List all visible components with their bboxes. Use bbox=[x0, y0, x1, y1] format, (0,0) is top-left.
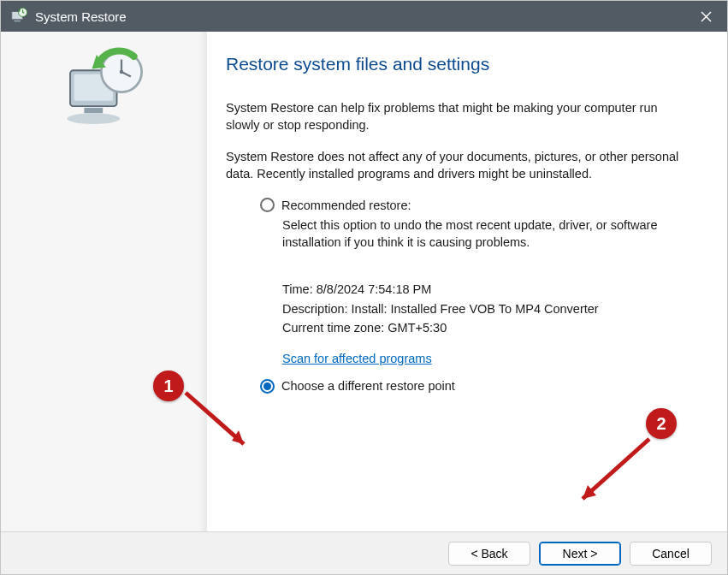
system-restore-icon bbox=[9, 7, 28, 26]
wizard-content: Restore system files and settings System… bbox=[207, 32, 727, 531]
annotation-badge-2: 2 bbox=[646, 408, 677, 439]
restore-description: Description: Install: Installed Free VOB… bbox=[282, 299, 693, 318]
option-recommended-label: Recommended restore: bbox=[281, 199, 411, 212]
restore-time: Time: 8/8/2024 7:54:18 PM bbox=[282, 280, 693, 299]
wizard-footer: < Back Next > Cancel bbox=[1, 531, 727, 574]
restore-hero-icon bbox=[1, 47, 207, 133]
window-title: System Restore bbox=[35, 9, 684, 24]
titlebar: System Restore bbox=[1, 1, 727, 32]
svg-point-9 bbox=[67, 113, 120, 124]
option-recommended[interactable]: Recommended restore: Select this option … bbox=[260, 198, 693, 365]
back-button[interactable]: < Back bbox=[448, 542, 530, 566]
svg-rect-8 bbox=[84, 108, 103, 113]
scan-affected-programs-link[interactable]: Scan for affected programs bbox=[282, 352, 432, 365]
radio-recommended[interactable] bbox=[260, 198, 275, 212]
page-heading: Restore system files and settings bbox=[226, 54, 693, 74]
next-button[interactable]: Next > bbox=[539, 542, 621, 566]
option-recommended-desc: Select this option to undo the most rece… bbox=[282, 217, 693, 251]
wizard-sidebar bbox=[1, 32, 207, 531]
restore-point-details: Time: 8/8/2024 7:54:18 PM Description: I… bbox=[282, 280, 693, 337]
restore-options: Recommended restore: Select this option … bbox=[226, 198, 693, 365]
system-restore-window: System Restore bbox=[0, 0, 728, 575]
close-button[interactable] bbox=[684, 1, 727, 32]
option-choose-label: Choose a different restore point bbox=[281, 379, 455, 393]
cancel-button[interactable]: Cancel bbox=[630, 542, 712, 566]
intro-paragraph-1: System Restore can help fix problems tha… bbox=[226, 100, 693, 133]
restore-timezone: Current time zone: GMT+5:30 bbox=[282, 318, 693, 337]
annotation-badge-1: 1 bbox=[153, 370, 184, 401]
svg-rect-1 bbox=[15, 21, 21, 22]
intro-paragraph-2: System Restore does not affect any of yo… bbox=[226, 149, 693, 182]
radio-choose-different[interactable] bbox=[260, 379, 275, 394]
dialog-body: Restore system files and settings System… bbox=[1, 32, 727, 531]
option-choose-different[interactable]: Choose a different restore point bbox=[226, 379, 693, 394]
